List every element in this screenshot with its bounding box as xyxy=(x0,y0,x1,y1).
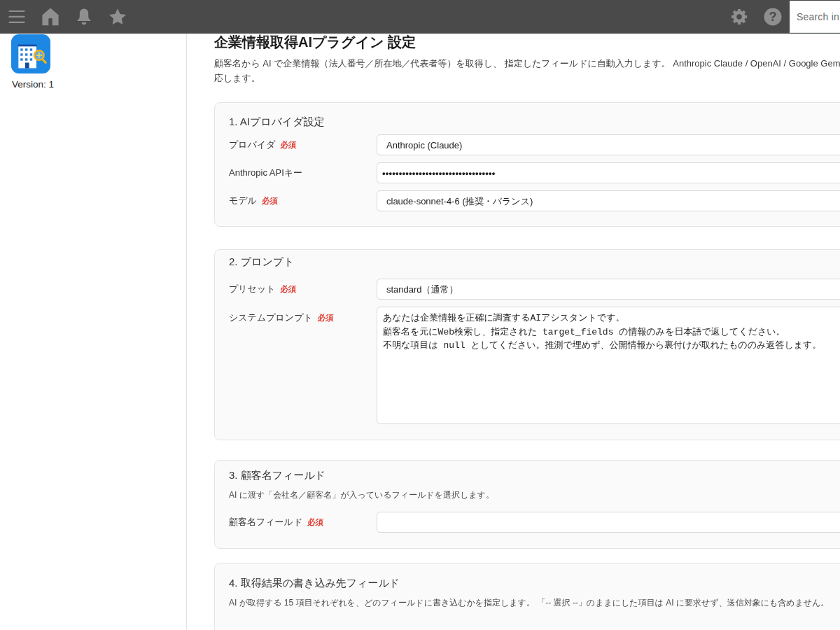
svg-text:?: ? xyxy=(769,10,777,24)
